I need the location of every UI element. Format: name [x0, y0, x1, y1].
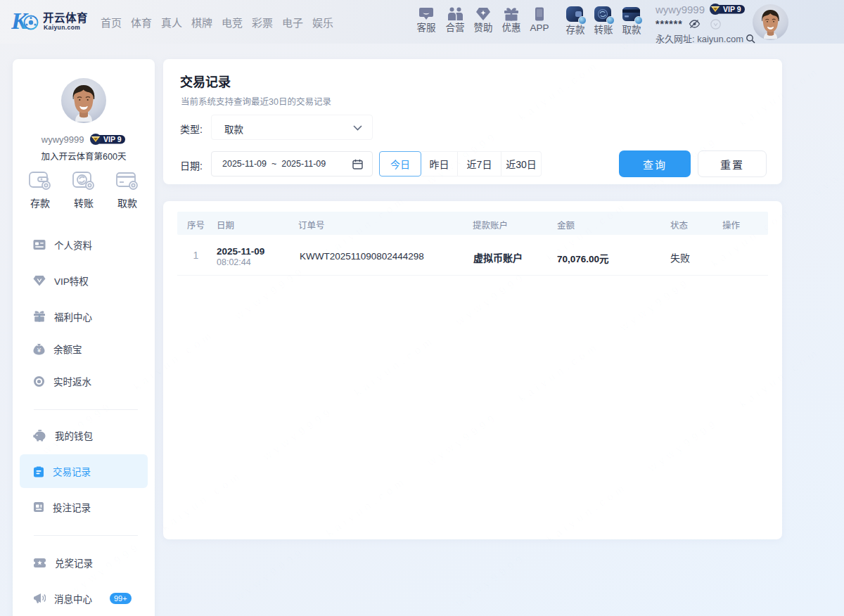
svg-text:¥: ¥	[37, 347, 41, 354]
svg-text:VIP 9: VIP 9	[723, 5, 741, 13]
svg-text:K: K	[11, 8, 29, 34]
svg-text:VIP 9: VIP 9	[103, 135, 122, 143]
